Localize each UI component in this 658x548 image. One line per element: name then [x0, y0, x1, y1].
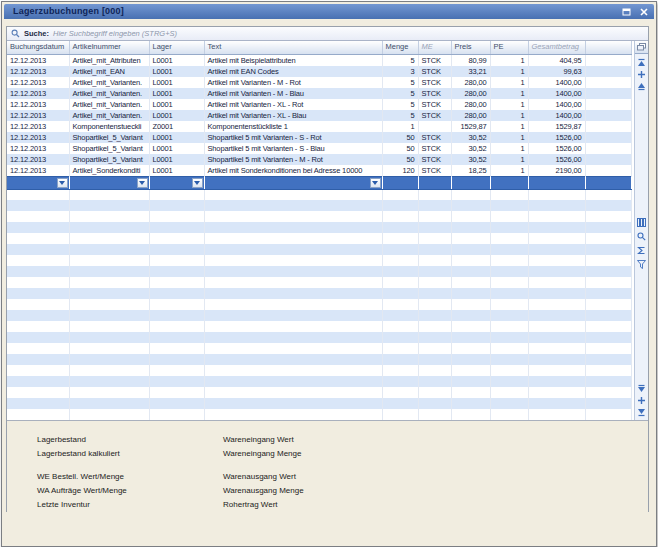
scroll-up-icon[interactable] — [636, 69, 647, 79]
cell-lager: L0001 — [149, 99, 204, 110]
cell-lager — [149, 244, 204, 255]
cell-artikel — [69, 233, 149, 244]
new-entry-cell-menge[interactable] — [382, 176, 418, 189]
column-chooser-icon[interactable] — [636, 217, 647, 227]
cell-spacer — [585, 244, 631, 255]
cell-spacer — [585, 200, 631, 211]
cell-pe — [490, 266, 528, 277]
cell-me: STCK — [418, 99, 451, 110]
cell-artikel: Artikel_mit_Varianten. — [69, 77, 149, 88]
cell-spacer — [585, 110, 631, 121]
cell-preis — [451, 277, 490, 288]
cell-artikel — [69, 255, 149, 266]
scroll-last-icon[interactable] — [636, 407, 647, 417]
cell-preis — [451, 255, 490, 266]
close-button[interactable] — [637, 6, 650, 17]
scroll-page-down-icon[interactable] — [636, 383, 647, 393]
restore-icon — [622, 8, 631, 16]
column-header-text[interactable]: Text — [204, 41, 382, 54]
table-row[interactable]: 12.12.2013Artikel_mit_Varianten.L0001Art… — [7, 99, 631, 110]
cell-datum: 12.12.2013 — [7, 154, 69, 165]
cell-pe — [490, 211, 528, 222]
column-header-artikel[interactable]: Artikelnummer — [69, 41, 149, 54]
cell-lager: L0001 — [149, 77, 204, 88]
cell-menge — [382, 222, 418, 233]
new-entry-cell-lager[interactable] — [149, 176, 204, 189]
new-entry-cell-artikel[interactable] — [69, 176, 149, 189]
cell-lager — [149, 211, 204, 222]
new-entry-cell-spacer[interactable] — [585, 176, 631, 189]
cell-datum — [7, 233, 69, 244]
cell-me — [418, 398, 451, 409]
table-row[interactable]: 12.12.2013Shopartikel_5_VariantL0001Shop… — [7, 143, 631, 154]
cell-menge — [382, 288, 418, 299]
cell-gesamt — [528, 288, 585, 299]
restore-button[interactable] — [620, 6, 633, 17]
cell-lager — [149, 354, 204, 365]
cell-artikel — [69, 266, 149, 277]
column-header-pe[interactable]: PE — [490, 41, 528, 54]
table-row[interactable]: 12.12.2013Artikel_SonderkonditiL0001Arti… — [7, 165, 631, 177]
table-row[interactable]: 12.12.2013Shopartikel_5_VariantL0001Shop… — [7, 132, 631, 143]
cell-lager: L0001 — [149, 165, 204, 177]
table-row[interactable]: 12.12.2013Shopartikel_5_VariantL0001Shop… — [7, 154, 631, 165]
table-row[interactable]: 12.12.2013Artikel_mit_AttributenL0001Art… — [7, 54, 631, 66]
table-row[interactable]: 12.12.2013KomponentenstueckliZ0001Kompon… — [7, 121, 631, 132]
column-select-button[interactable] — [635, 41, 648, 54]
dropdown-button[interactable] — [57, 178, 68, 188]
new-entry-cell-me[interactable] — [418, 176, 451, 189]
cell-datum: 12.12.2013 — [7, 54, 69, 66]
new-entry-cell-text[interactable] — [204, 176, 382, 189]
cell-text: Artikel mit Varianten - XL - Rot — [204, 99, 382, 110]
cell-spacer — [585, 321, 631, 332]
sum-icon[interactable] — [636, 245, 647, 255]
cell-text: Artikel mit Sonderkonditionen bei Adress… — [204, 165, 382, 177]
column-header-datum[interactable]: Buchungsdatum — [7, 41, 69, 54]
cell-artikel: Artikel_mit_EAN — [69, 66, 149, 77]
empty-row — [7, 365, 631, 376]
cell-preis — [451, 310, 490, 321]
cell-gesamt — [528, 277, 585, 288]
new-entry-cell-pe[interactable] — [490, 176, 528, 189]
summary-gap — [37, 461, 223, 470]
cell-pe: 1 — [490, 165, 528, 177]
table-row[interactable]: 12.12.2013Artikel_mit_Varianten.L0001Art… — [7, 88, 631, 99]
new-entry-cell-datum[interactable] — [7, 176, 69, 189]
cell-gesamt — [528, 244, 585, 255]
cell-artikel: Artikel_Sonderkonditi — [69, 165, 149, 177]
dropdown-button[interactable] — [137, 178, 148, 188]
search-bar[interactable]: Suche: Hier Suchbegriff eingeben (STRG+S… — [7, 27, 648, 41]
dropdown-button[interactable] — [192, 178, 203, 188]
cell-lager — [149, 310, 204, 321]
cell-gesamt: 404,95 — [528, 54, 585, 66]
column-header-me[interactable]: ME — [418, 41, 451, 54]
cell-text — [204, 365, 382, 376]
cell-text — [204, 211, 382, 222]
cell-me: STCK — [418, 154, 451, 165]
search-rows-icon[interactable] — [636, 231, 647, 241]
cell-me — [418, 343, 451, 354]
filter-icon[interactable] — [636, 259, 647, 269]
table-row[interactable]: 12.12.2013Artikel_mit_EANL0001Artikel mi… — [7, 66, 631, 77]
table-row[interactable]: 12.12.2013Artikel_mit_Varianten.L0001Art… — [7, 110, 631, 121]
cell-lager: L0001 — [149, 88, 204, 99]
title-bar[interactable]: Lagerzubuchungen [000] — [4, 4, 654, 19]
new-entry-cell-preis[interactable] — [451, 176, 490, 189]
new-entry-cell-gesamt[interactable] — [528, 176, 585, 189]
column-header-preis[interactable]: Preis — [451, 41, 490, 54]
scroll-down-icon[interactable] — [636, 395, 647, 405]
cell-gesamt — [528, 310, 585, 321]
dropdown-button[interactable] — [370, 178, 381, 188]
search-input[interactable]: Hier Suchbegriff eingeben (STRG+S) — [53, 29, 177, 38]
column-header-menge[interactable]: Menge — [382, 41, 418, 54]
scroll-page-up-icon[interactable] — [636, 81, 647, 91]
new-entry-row[interactable] — [7, 176, 631, 189]
column-header-lager[interactable]: Lager — [149, 41, 204, 54]
cell-preis: 280,00 — [451, 88, 490, 99]
cell-text — [204, 222, 382, 233]
table-row[interactable]: 12.12.2013Artikel_mit_Varianten.L0001Art… — [7, 77, 631, 88]
cell-spacer — [585, 154, 631, 165]
scroll-first-icon[interactable] — [636, 57, 647, 67]
column-header-gesamt[interactable]: Gesamtbetrag — [528, 41, 585, 54]
cell-me — [418, 409, 451, 420]
